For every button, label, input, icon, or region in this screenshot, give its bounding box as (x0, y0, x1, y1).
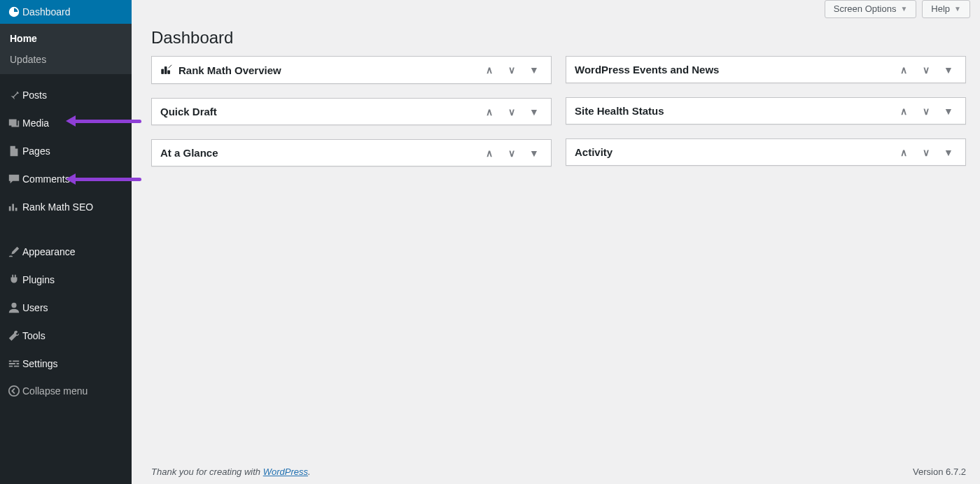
widget-title: WordPress Events and News (575, 64, 890, 76)
sidebar-item-label: Media (22, 118, 49, 129)
widget-header[interactable]: Site Health Status ∧ ∨ ▼ (566, 98, 965, 124)
move-down-icon[interactable]: ∨ (918, 147, 934, 158)
top-toolbar: Screen Options ▼ Help ▼ (132, 0, 980, 28)
sidebar-group-content: Posts Media Pages Comments Rank Math SEO (0, 74, 132, 221)
move-down-icon[interactable]: ∨ (918, 106, 934, 117)
media-icon (6, 117, 22, 129)
move-down-icon[interactable]: ∨ (503, 106, 520, 118)
widget-title: Site Health Status (575, 105, 890, 117)
sidebar-group-admin: Appearance Plugins Users Tools Settings (0, 231, 132, 378)
widget-title: Activity (575, 146, 890, 158)
toggle-icon[interactable]: ▼ (940, 64, 957, 76)
widget-site-health: Site Health Status ∧ ∨ ▼ (566, 97, 966, 124)
sidebar-item-label: Plugins (22, 274, 55, 285)
rankmath-icon (160, 64, 173, 76)
toggle-icon[interactable]: ▼ (526, 106, 542, 118)
toggle-icon[interactable]: ▼ (940, 106, 957, 117)
sidebar-item-plugins[interactable]: Plugins (0, 266, 132, 294)
toggle-icon[interactable]: ▼ (940, 147, 957, 158)
sliders-icon (6, 357, 22, 370)
widget-title: Rank Math Overview (178, 64, 475, 76)
collapse-label: Collapse menu (22, 385, 88, 397)
widget-header[interactable]: WordPress Events and News ∧ ∨ ▼ (566, 57, 965, 83)
widget-quick-draft: Quick Draft ∧ ∨ ▼ (151, 98, 552, 125)
admin-sidebar: Dashboard Home Updates Posts Media Pages (0, 0, 132, 484)
sidebar-item-posts[interactable]: Posts (0, 81, 132, 109)
footer-wordpress-link[interactable]: WordPress (263, 467, 308, 477)
dashboard-submenu: Home Updates (0, 24, 132, 74)
move-up-icon[interactable]: ∧ (481, 64, 498, 76)
svg-point-1 (9, 386, 19, 396)
move-up-icon[interactable]: ∧ (481, 148, 498, 159)
widget-title: Quick Draft (160, 106, 475, 118)
move-down-icon[interactable]: ∨ (918, 64, 934, 76)
annotation-arrow-posts (70, 120, 141, 123)
admin-footer: Thank you for creating with WordPress. V… (132, 459, 980, 484)
sidebar-item-label: Settings (22, 358, 58, 369)
svg-point-0 (11, 303, 16, 308)
collapse-icon (6, 385, 22, 397)
help-button[interactable]: Help ▼ (922, 0, 970, 18)
footer-credit: Thank you for creating with WordPress. (151, 467, 311, 477)
toggle-icon[interactable]: ▼ (526, 148, 542, 159)
chevron-down-icon: ▼ (954, 5, 961, 13)
sidebar-item-label: Pages (22, 145, 50, 157)
user-icon (6, 301, 22, 314)
submenu-label: Updates (10, 54, 46, 65)
plug-icon (6, 273, 22, 286)
sidebar-item-label: Users (22, 302, 48, 313)
sidebar-item-label: Dashboard (22, 6, 71, 17)
sidebar-item-rankmath[interactable]: Rank Math SEO (0, 193, 132, 221)
move-up-icon[interactable]: ∧ (895, 64, 912, 76)
submenu-home[interactable]: Home (0, 28, 132, 49)
sidebar-item-tools[interactable]: Tools (0, 322, 132, 350)
widget-header[interactable]: Activity ∧ ∨ ▼ (566, 139, 965, 165)
comment-icon (6, 173, 22, 185)
main-content: Screen Options ▼ Help ▼ Dashboard Rank M… (132, 0, 980, 484)
page-icon (6, 145, 22, 157)
widget-header[interactable]: Rank Math Overview ∧ ∨ ▼ (152, 57, 551, 83)
wrench-icon (6, 329, 22, 342)
sidebar-item-label: Appearance (22, 246, 76, 257)
sidebar-separator (0, 221, 132, 231)
chevron-down-icon: ▼ (900, 5, 907, 13)
sidebar-item-pages[interactable]: Pages (0, 137, 132, 165)
widgets-col-right: WordPress Events and News ∧ ∨ ▼ Site Hea… (566, 56, 966, 166)
collapse-menu[interactable]: Collapse menu (0, 378, 132, 404)
dashboard-widgets: Rank Math Overview ∧ ∨ ▼ Quick Draft ∧ ∨… (132, 56, 980, 166)
widget-activity: Activity ∧ ∨ ▼ (566, 138, 966, 166)
sidebar-item-users[interactable]: Users (0, 294, 132, 322)
sidebar-item-label: Rank Math SEO (22, 201, 93, 213)
move-up-icon[interactable]: ∧ (481, 106, 498, 118)
sidebar-item-label: Posts (22, 90, 47, 101)
toggle-icon[interactable]: ▼ (526, 64, 542, 76)
widget-wp-events: WordPress Events and News ∧ ∨ ▼ (566, 56, 966, 83)
move-up-icon[interactable]: ∧ (895, 106, 912, 117)
submenu-updates[interactable]: Updates (0, 49, 132, 70)
widget-header[interactable]: Quick Draft ∧ ∨ ▼ (152, 99, 551, 124)
footer-suffix: . (308, 467, 311, 477)
move-down-icon[interactable]: ∨ (503, 148, 520, 159)
button-label: Help (931, 3, 950, 14)
submenu-label: Home (10, 33, 37, 44)
button-label: Screen Options (834, 3, 897, 14)
widgets-col-left: Rank Math Overview ∧ ∨ ▼ Quick Draft ∧ ∨… (151, 56, 552, 166)
page-title: Dashboard (132, 28, 980, 56)
footer-prefix: Thank you for creating with (151, 467, 263, 477)
screen-options-button[interactable]: Screen Options ▼ (825, 0, 917, 18)
sidebar-item-label: Tools (22, 330, 46, 341)
brush-icon (6, 245, 22, 258)
widget-at-a-glance: At a Glance ∧ ∨ ▼ (151, 139, 552, 166)
sidebar-item-settings[interactable]: Settings (0, 350, 132, 378)
widget-rankmath-overview: Rank Math Overview ∧ ∨ ▼ (151, 56, 552, 84)
widget-header[interactable]: At a Glance ∧ ∨ ▼ (152, 140, 551, 166)
rankmath-icon (6, 201, 22, 213)
move-up-icon[interactable]: ∧ (895, 147, 912, 158)
pin-icon (6, 89, 22, 101)
annotation-arrow-pages (70, 178, 141, 181)
sidebar-item-dashboard[interactable]: Dashboard (0, 0, 132, 24)
move-down-icon[interactable]: ∨ (503, 64, 520, 76)
widget-title: At a Glance (160, 147, 475, 159)
sidebar-item-appearance[interactable]: Appearance (0, 238, 132, 266)
footer-version: Version 6.7.2 (913, 467, 966, 477)
